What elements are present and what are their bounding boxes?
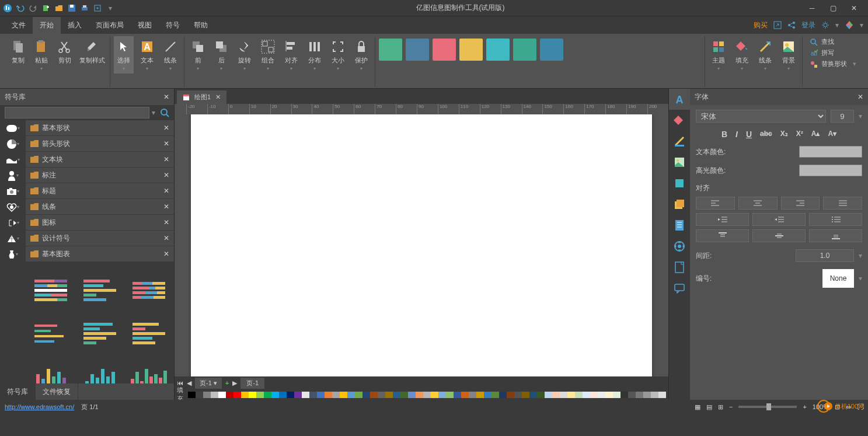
valign-top-button[interactable] (696, 229, 749, 242)
shape-thumb[interactable] (130, 317, 168, 350)
fill-swatch[interactable] (529, 392, 537, 398)
symlib-item[interactable]: 文本块✕ (26, 152, 174, 168)
symlib-item[interactable]: 基本形状✕ (26, 120, 174, 136)
open-icon[interactable] (54, 3, 64, 13)
view-icon-1[interactable]: ▦ (695, 403, 700, 411)
rp-tab-image[interactable] (669, 152, 690, 173)
qat-dropdown-icon[interactable]: ▾ (105, 3, 116, 13)
group-button[interactable]: 组合▾ (258, 36, 278, 74)
fill-swatch[interactable] (203, 392, 211, 398)
fill-swatch[interactable] (393, 392, 400, 398)
symlib-item[interactable]: 箭头形状✕ (26, 136, 174, 152)
fill-swatch[interactable] (362, 392, 370, 398)
fill-swatch[interactable] (385, 392, 393, 398)
menu-symbol[interactable]: 符号 (159, 17, 187, 34)
page[interactable] (191, 114, 652, 376)
cat-heart-icon[interactable]: ▾ (0, 199, 26, 215)
numbering-value[interactable]: None (822, 269, 854, 288)
fill-swatch[interactable] (583, 392, 590, 398)
symlib-item-close-icon[interactable]: ✕ (163, 250, 169, 258)
italic-button[interactable]: I (735, 130, 738, 139)
font-size-input[interactable] (831, 110, 854, 123)
page-nav-prev-icon[interactable]: ◀ (187, 379, 191, 387)
indent-increase-button[interactable] (752, 213, 806, 226)
theme-button[interactable]: 主题▾ (709, 36, 728, 74)
align-button[interactable]: 对齐▾ (281, 36, 301, 74)
spacing-value[interactable]: 1.0 (796, 249, 854, 262)
maximize-button[interactable]: ▢ (826, 3, 840, 13)
fill-swatch[interactable] (211, 392, 218, 398)
doc-tab-close-icon[interactable]: ✕ (215, 93, 221, 101)
cat-person-icon[interactable]: ▾ (0, 168, 26, 183)
theme-swatch[interactable] (459, 39, 483, 61)
theme-swatch[interactable] (540, 39, 563, 61)
line-tool-button[interactable]: 线条▾ (161, 36, 180, 74)
zoom-slider[interactable] (738, 406, 797, 408)
cat-triangle-icon[interactable]: ▾ (0, 231, 26, 246)
cut-button[interactable]: 剪切 (55, 36, 75, 67)
menu-view[interactable]: 视图 (131, 17, 159, 34)
menu-layout[interactable]: 页面布局 (89, 17, 131, 34)
superscript-button[interactable]: X² (796, 130, 803, 139)
fill-swatch[interactable] (370, 392, 378, 398)
underline-button[interactable]: U (746, 130, 752, 139)
copy-button[interactable]: 复制 (8, 36, 28, 67)
bring-front-button[interactable]: 前▾ (188, 36, 208, 74)
fill-swatch[interactable] (491, 392, 499, 398)
fill-swatch[interactable] (454, 392, 461, 398)
symlib-search-dropdown[interactable]: ▾ (149, 109, 158, 117)
fill-swatch[interactable] (279, 392, 287, 398)
fill-swatch[interactable] (355, 392, 362, 398)
distribute-button[interactable]: 分布▾ (305, 36, 325, 74)
fill-swatch[interactable] (438, 392, 446, 398)
fill-swatch[interactable] (636, 392, 643, 398)
valign-bottom-button[interactable] (809, 229, 862, 242)
shape-thumb[interactable] (81, 360, 119, 383)
bold-button[interactable]: B (721, 130, 727, 139)
fill-swatch[interactable] (643, 392, 651, 398)
symlib-item[interactable]: 标注✕ (26, 168, 174, 183)
shape-thumb[interactable] (32, 360, 70, 383)
valign-middle-button[interactable] (752, 229, 806, 242)
align-left-button[interactable] (696, 197, 735, 210)
protect-button[interactable]: 保护▾ (351, 36, 371, 74)
line-style-button[interactable]: 线条▾ (755, 36, 775, 74)
fill-swatch[interactable] (621, 392, 628, 398)
export-icon[interactable] (92, 3, 103, 13)
zoom-out-icon[interactable]: − (729, 403, 733, 410)
fill-swatch[interactable] (340, 392, 347, 398)
cat-shape-icon[interactable]: ▾ (0, 120, 26, 136)
symlib-item-close-icon[interactable]: ✕ (163, 171, 169, 179)
numbering-dropdown[interactable]: ▾ (859, 274, 862, 282)
fill-swatch[interactable] (522, 392, 529, 398)
symlib-item[interactable]: 图标✕ (26, 215, 174, 231)
symlib-search-input[interactable] (5, 107, 149, 118)
cat-camera-icon[interactable]: ▾ (0, 183, 26, 199)
fill-swatch[interactable] (446, 392, 454, 398)
fill-swatch[interactable] (605, 392, 613, 398)
fill-swatch[interactable] (537, 392, 545, 398)
fill-swatch[interactable] (233, 392, 241, 398)
rp-tab-comment[interactable] (669, 278, 690, 299)
fill-swatch[interactable] (590, 392, 598, 398)
fill-swatch[interactable] (416, 392, 423, 398)
symlib-item[interactable]: 设计符号✕ (26, 231, 174, 246)
fill-swatch[interactable] (613, 392, 621, 398)
fill-swatch[interactable] (188, 392, 196, 398)
shape-thumb[interactable] (130, 360, 168, 383)
fill-swatch[interactable] (287, 392, 294, 398)
format-painter-button[interactable]: 复制样式 (78, 36, 106, 67)
symlib-close-icon[interactable]: ✕ (163, 93, 169, 101)
symlib-tab-library[interactable]: 符号库 (0, 383, 36, 400)
zoom-in-icon[interactable]: + (803, 403, 806, 410)
rp-tab-fill[interactable] (669, 110, 690, 131)
fill-swatch[interactable] (400, 392, 408, 398)
fill-swatch[interactable] (651, 392, 658, 398)
symlib-item[interactable]: 标题✕ (26, 183, 174, 199)
fill-swatch[interactable] (545, 392, 552, 398)
replace-shape-button[interactable]: 替换形状▾ (810, 60, 856, 68)
paste-button[interactable]: 粘贴▾ (32, 36, 51, 74)
fill-swatch[interactable] (552, 392, 560, 398)
page-tab-1[interactable]: 页-1 (240, 378, 264, 389)
fill-swatch[interactable] (484, 392, 491, 398)
